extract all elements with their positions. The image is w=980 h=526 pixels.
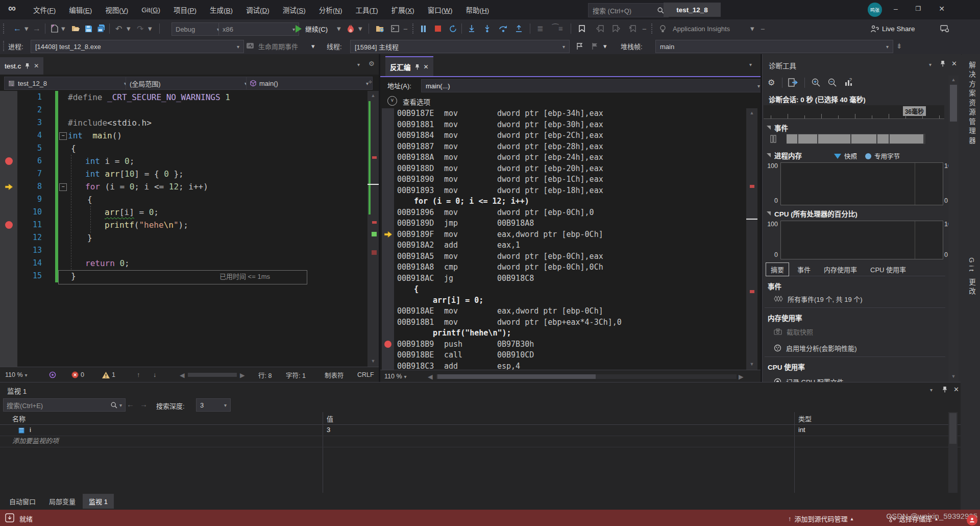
breakpoint-icon[interactable] bbox=[382, 339, 394, 350]
disassembly-horizontal-scrollbar[interactable] bbox=[436, 374, 737, 379]
maximize-button[interactable]: ❐ bbox=[910, 0, 927, 17]
intellicode-icon[interactable] bbox=[49, 367, 56, 382]
menu-分析(N)[interactable]: 分析(N) bbox=[312, 5, 349, 15]
scroll-up-icon[interactable]: ▲ bbox=[746, 110, 757, 115]
app-insights-label[interactable]: Application Insights bbox=[673, 19, 730, 38]
breakpoint-margin-cell[interactable] bbox=[0, 116, 17, 129]
collapse-triangle-icon[interactable] bbox=[767, 126, 771, 130]
next-issue-icon[interactable]: ↓ bbox=[153, 367, 156, 382]
diagnostics-folder-icon[interactable] bbox=[376, 19, 384, 38]
pin-icon[interactable] bbox=[940, 60, 945, 67]
view-options-row[interactable]: ˅ 查看选项 bbox=[380, 93, 761, 108]
continue-icon[interactable] bbox=[295, 19, 302, 38]
breakpoint-margin-cell[interactable] bbox=[0, 231, 17, 244]
disasm-instruction[interactable]: 00B91890movdword ptr [ebp-1Ch],eax bbox=[380, 174, 761, 185]
step-into-icon[interactable] bbox=[484, 19, 491, 38]
panel-dropdown-icon[interactable]: ▾ bbox=[929, 62, 932, 67]
stack-frame-combo[interactable]: main▾ bbox=[655, 40, 893, 53]
hscroll-left-icon[interactable]: ◀ bbox=[180, 367, 185, 382]
breakpoint-margin-cell[interactable] bbox=[0, 257, 17, 270]
clear-bookmarks-icon[interactable] bbox=[629, 19, 636, 38]
breakpoint-margin-cell[interactable] bbox=[0, 193, 17, 206]
menu-生成(B)[interactable]: 生成(B) bbox=[203, 5, 239, 15]
scroll-up-icon[interactable]: ▲ bbox=[948, 77, 959, 82]
panel-tab-监视 1[interactable]: 监视 1 bbox=[83, 494, 114, 509]
disasm-instruction[interactable]: 00B9187Emovdword ptr [ebp-34h],eax bbox=[380, 108, 761, 119]
toggle-bookmark-icon[interactable] bbox=[579, 19, 585, 38]
current-statement-icon[interactable] bbox=[0, 180, 17, 193]
close-tab-icon[interactable]: ✕ bbox=[34, 62, 39, 69]
hscroll-right-icon[interactable]: ▶ bbox=[240, 367, 245, 382]
pin-icon[interactable] bbox=[25, 63, 30, 69]
settings-gear-icon[interactable]: ⚙ bbox=[768, 78, 775, 87]
minimize-button[interactable]: – bbox=[887, 0, 904, 17]
add-to-source-control-button[interactable]: ↑ 添加到源代码管理 ▴ bbox=[788, 514, 853, 523]
menu-编辑(E)[interactable]: 编辑(E) bbox=[62, 5, 99, 15]
breakpoint-margin-cell[interactable] bbox=[0, 104, 17, 116]
disasm-source-line[interactable]: for (i = 0; i <= 12; i++) bbox=[380, 196, 761, 207]
disasm-instruction[interactable]: 00B9189Fmoveax,dword ptr [ebp-0Ch] bbox=[380, 229, 761, 241]
redo-icon[interactable]: ↷ bbox=[137, 19, 143, 38]
pin-icon[interactable] bbox=[942, 386, 947, 393]
app-insights-dropdown-icon[interactable]: ▾ bbox=[750, 19, 754, 38]
split-window-icon[interactable]: ÷ bbox=[369, 79, 372, 86]
navigate-back-icon[interactable]: ← bbox=[13, 19, 21, 38]
open-folder-icon[interactable] bbox=[71, 19, 80, 38]
record-cpu-link[interactable]: 记录 CPU 配置文件 bbox=[774, 376, 947, 382]
restart-icon[interactable] bbox=[449, 19, 457, 38]
tab-list-dropdown-icon[interactable]: ▾ bbox=[357, 62, 360, 67]
search-icon[interactable] bbox=[111, 402, 117, 409]
diag-vertical-scrollbar[interactable]: ▲ ▼ bbox=[948, 76, 959, 382]
parameter-info-icon[interactable]: ⁀≡ bbox=[552, 19, 563, 38]
breakpoint-margin-cell[interactable] bbox=[0, 206, 17, 219]
cpu-section-header[interactable]: CPU (所有处理器的百分比) bbox=[767, 208, 857, 219]
scroll-down-icon[interactable]: ▼ bbox=[746, 362, 757, 367]
tab-list-dropdown-icon[interactable]: ▾ bbox=[749, 62, 752, 67]
toolbar-drag-handle[interactable] bbox=[3, 41, 6, 51]
memory-chart[interactable] bbox=[780, 162, 943, 205]
lifecycle-label[interactable]: 生命周期事件 bbox=[258, 38, 298, 54]
zoom-combo[interactable]: 110 %▾ bbox=[384, 370, 407, 382]
code-line-9[interactable]: 9{ bbox=[0, 193, 379, 206]
search-box[interactable]: 搜索 (Ctrl+Q) bbox=[588, 3, 669, 17]
menu-视图(V)[interactable]: 视图(V) bbox=[99, 5, 135, 15]
breakpoint-icon[interactable] bbox=[0, 219, 17, 231]
toolbar-drag-handle[interactable] bbox=[651, 23, 654, 34]
cpu-chart[interactable] bbox=[780, 221, 943, 259]
list-members-icon[interactable]: ≣ bbox=[537, 19, 544, 38]
disasm-instruction[interactable]: 00B918A8cmpdword ptr [ebp-0Ch],0Ch bbox=[380, 262, 761, 273]
lightbulb-icon[interactable] bbox=[659, 19, 666, 38]
new-file-icon[interactable] bbox=[51, 19, 58, 38]
disasm-instruction[interactable]: 00B9188Dmovdword ptr [ebp-20h],eax bbox=[380, 163, 761, 175]
code-line-5[interactable]: 5{ bbox=[0, 142, 379, 155]
column-value[interactable]: 值 bbox=[327, 414, 333, 423]
code-line-7[interactable]: 7int arr[10] = { 0 }; bbox=[0, 168, 379, 180]
toolbar-drag-handle[interactable] bbox=[3, 23, 6, 34]
disasm-instruction[interactable]: 00B91881movdword ptr [ebp-30h],eax bbox=[380, 119, 761, 131]
export-icon[interactable] bbox=[788, 78, 798, 87]
toolbar-drag-handle[interactable] bbox=[412, 23, 415, 34]
events-section-header[interactable]: 事件 bbox=[767, 123, 788, 133]
close-panel-icon[interactable]: ✕ bbox=[953, 386, 959, 393]
chart-options-icon[interactable]: ? bbox=[844, 78, 853, 87]
events-swimlane[interactable] bbox=[763, 134, 961, 146]
hscroll-right-icon[interactable]: ▶ bbox=[739, 370, 744, 382]
scrollbar-thumb[interactable] bbox=[437, 374, 596, 379]
member-combo[interactable]: main() ▾ bbox=[246, 77, 373, 90]
breakpoint-margin-cell[interactable] bbox=[0, 168, 17, 180]
menu-文件(F)[interactable]: 文件(F) bbox=[27, 5, 62, 15]
lifecycle-dropdown-icon[interactable]: ▾ bbox=[311, 38, 315, 54]
hot-reload-icon[interactable] bbox=[347, 19, 354, 38]
all-events-link[interactable]: 所有事件(19 个, 共 19 个) bbox=[774, 293, 947, 304]
watch-row[interactable]: i3int bbox=[0, 424, 961, 436]
step-out-icon[interactable] bbox=[516, 19, 522, 38]
scope-combo[interactable]: (全局范围)▾ bbox=[126, 77, 251, 90]
panel-tab-局部变量[interactable]: 局部变量 bbox=[43, 494, 82, 509]
prev-issue-icon[interactable]: ↑ bbox=[137, 367, 140, 382]
scroll-up-icon[interactable]: ▲ bbox=[368, 93, 379, 98]
menu-Git(G)[interactable]: Git(G) bbox=[135, 6, 167, 14]
code-editor[interactable]: 1#define _CRT_SECURE_NO_WARNINGS 123#inc… bbox=[0, 91, 379, 367]
redo-dropdown-icon[interactable]: ▾ bbox=[148, 19, 152, 38]
code-line-13[interactable]: 13 bbox=[0, 244, 379, 257]
disasm-source-line[interactable]: arr[i] = 0; bbox=[380, 295, 761, 306]
